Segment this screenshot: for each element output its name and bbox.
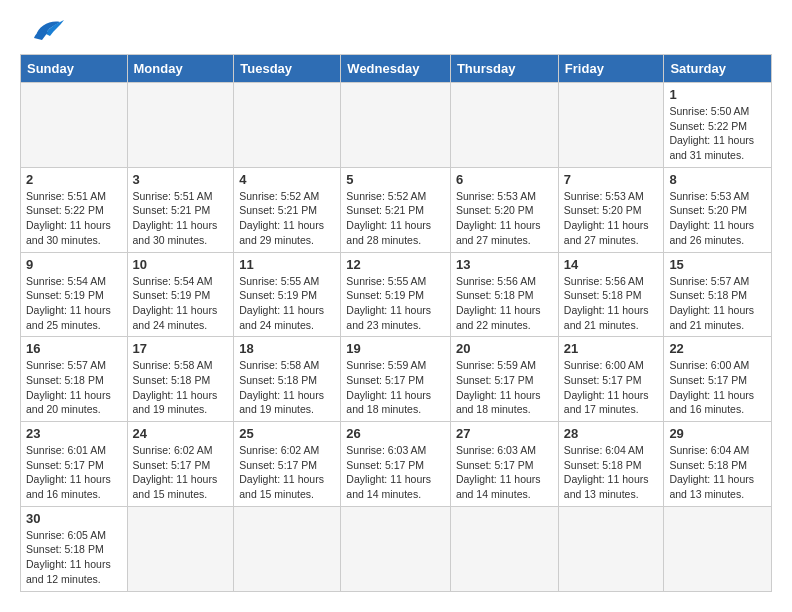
logo: [20, 16, 66, 44]
day-number: 16: [26, 341, 122, 356]
calendar-cell: 14Sunrise: 5:56 AM Sunset: 5:18 PM Dayli…: [558, 252, 664, 337]
day-number: 19: [346, 341, 445, 356]
day-info: Sunrise: 5:57 AM Sunset: 5:18 PM Dayligh…: [669, 274, 766, 333]
day-info: Sunrise: 6:02 AM Sunset: 5:17 PM Dayligh…: [133, 443, 229, 502]
weekday-header-friday: Friday: [558, 55, 664, 83]
calendar-cell: [127, 506, 234, 591]
day-number: 6: [456, 172, 553, 187]
calendar-cell: 11Sunrise: 5:55 AM Sunset: 5:19 PM Dayli…: [234, 252, 341, 337]
calendar-cell: 17Sunrise: 5:58 AM Sunset: 5:18 PM Dayli…: [127, 337, 234, 422]
weekday-header-saturday: Saturday: [664, 55, 772, 83]
day-info: Sunrise: 5:55 AM Sunset: 5:19 PM Dayligh…: [239, 274, 335, 333]
day-number: 30: [26, 511, 122, 526]
day-number: 8: [669, 172, 766, 187]
day-number: 7: [564, 172, 659, 187]
day-number: 24: [133, 426, 229, 441]
day-info: Sunrise: 5:59 AM Sunset: 5:17 PM Dayligh…: [456, 358, 553, 417]
calendar-cell: 26Sunrise: 6:03 AM Sunset: 5:17 PM Dayli…: [341, 422, 451, 507]
day-number: 28: [564, 426, 659, 441]
day-info: Sunrise: 5:53 AM Sunset: 5:20 PM Dayligh…: [564, 189, 659, 248]
calendar-cell: 3Sunrise: 5:51 AM Sunset: 5:21 PM Daylig…: [127, 167, 234, 252]
weekday-header-tuesday: Tuesday: [234, 55, 341, 83]
day-number: 23: [26, 426, 122, 441]
day-info: Sunrise: 5:58 AM Sunset: 5:18 PM Dayligh…: [239, 358, 335, 417]
day-number: 12: [346, 257, 445, 272]
calendar-cell: 2Sunrise: 5:51 AM Sunset: 5:22 PM Daylig…: [21, 167, 128, 252]
calendar-cell: 30Sunrise: 6:05 AM Sunset: 5:18 PM Dayli…: [21, 506, 128, 591]
calendar-cell: [450, 83, 558, 168]
calendar-cell: 5Sunrise: 5:52 AM Sunset: 5:21 PM Daylig…: [341, 167, 451, 252]
calendar-cell: [558, 83, 664, 168]
calendar-cell: 28Sunrise: 6:04 AM Sunset: 5:18 PM Dayli…: [558, 422, 664, 507]
calendar-cell: 24Sunrise: 6:02 AM Sunset: 5:17 PM Dayli…: [127, 422, 234, 507]
calendar-cell: 4Sunrise: 5:52 AM Sunset: 5:21 PM Daylig…: [234, 167, 341, 252]
day-info: Sunrise: 5:54 AM Sunset: 5:19 PM Dayligh…: [133, 274, 229, 333]
calendar-cell: 20Sunrise: 5:59 AM Sunset: 5:17 PM Dayli…: [450, 337, 558, 422]
day-info: Sunrise: 5:51 AM Sunset: 5:21 PM Dayligh…: [133, 189, 229, 248]
calendar-cell: 15Sunrise: 5:57 AM Sunset: 5:18 PM Dayli…: [664, 252, 772, 337]
calendar-week-4: 16Sunrise: 5:57 AM Sunset: 5:18 PM Dayli…: [21, 337, 772, 422]
logo-bird-icon: [28, 16, 66, 44]
calendar-cell: [21, 83, 128, 168]
day-info: Sunrise: 6:05 AM Sunset: 5:18 PM Dayligh…: [26, 528, 122, 587]
day-number: 5: [346, 172, 445, 187]
day-number: 26: [346, 426, 445, 441]
calendar-cell: 16Sunrise: 5:57 AM Sunset: 5:18 PM Dayli…: [21, 337, 128, 422]
calendar-cell: 13Sunrise: 5:56 AM Sunset: 5:18 PM Dayli…: [450, 252, 558, 337]
calendar-week-5: 23Sunrise: 6:01 AM Sunset: 5:17 PM Dayli…: [21, 422, 772, 507]
day-info: Sunrise: 5:55 AM Sunset: 5:19 PM Dayligh…: [346, 274, 445, 333]
day-info: Sunrise: 5:52 AM Sunset: 5:21 PM Dayligh…: [239, 189, 335, 248]
day-number: 20: [456, 341, 553, 356]
calendar-cell: 25Sunrise: 6:02 AM Sunset: 5:17 PM Dayli…: [234, 422, 341, 507]
calendar-cell: [127, 83, 234, 168]
calendar-cell: 19Sunrise: 5:59 AM Sunset: 5:17 PM Dayli…: [341, 337, 451, 422]
day-number: 10: [133, 257, 229, 272]
day-number: 13: [456, 257, 553, 272]
day-number: 22: [669, 341, 766, 356]
day-number: 29: [669, 426, 766, 441]
calendar-week-2: 2Sunrise: 5:51 AM Sunset: 5:22 PM Daylig…: [21, 167, 772, 252]
calendar-table: SundayMondayTuesdayWednesdayThursdayFrid…: [20, 54, 772, 592]
day-info: Sunrise: 5:56 AM Sunset: 5:18 PM Dayligh…: [456, 274, 553, 333]
day-number: 15: [669, 257, 766, 272]
calendar-week-1: 1Sunrise: 5:50 AM Sunset: 5:22 PM Daylig…: [21, 83, 772, 168]
day-info: Sunrise: 5:51 AM Sunset: 5:22 PM Dayligh…: [26, 189, 122, 248]
day-info: Sunrise: 5:53 AM Sunset: 5:20 PM Dayligh…: [669, 189, 766, 248]
calendar-cell: 21Sunrise: 6:00 AM Sunset: 5:17 PM Dayli…: [558, 337, 664, 422]
day-info: Sunrise: 5:57 AM Sunset: 5:18 PM Dayligh…: [26, 358, 122, 417]
calendar-week-6: 30Sunrise: 6:05 AM Sunset: 5:18 PM Dayli…: [21, 506, 772, 591]
calendar-cell: 6Sunrise: 5:53 AM Sunset: 5:20 PM Daylig…: [450, 167, 558, 252]
calendar-cell: 27Sunrise: 6:03 AM Sunset: 5:17 PM Dayli…: [450, 422, 558, 507]
day-info: Sunrise: 6:00 AM Sunset: 5:17 PM Dayligh…: [564, 358, 659, 417]
calendar-cell: 9Sunrise: 5:54 AM Sunset: 5:19 PM Daylig…: [21, 252, 128, 337]
calendar-cell: [341, 83, 451, 168]
calendar-cell: 22Sunrise: 6:00 AM Sunset: 5:17 PM Dayli…: [664, 337, 772, 422]
day-number: 9: [26, 257, 122, 272]
calendar-cell: 23Sunrise: 6:01 AM Sunset: 5:17 PM Dayli…: [21, 422, 128, 507]
calendar-cell: 8Sunrise: 5:53 AM Sunset: 5:20 PM Daylig…: [664, 167, 772, 252]
day-number: 11: [239, 257, 335, 272]
day-info: Sunrise: 6:03 AM Sunset: 5:17 PM Dayligh…: [346, 443, 445, 502]
page-header: [20, 16, 772, 44]
calendar-cell: 1Sunrise: 5:50 AM Sunset: 5:22 PM Daylig…: [664, 83, 772, 168]
day-info: Sunrise: 5:52 AM Sunset: 5:21 PM Dayligh…: [346, 189, 445, 248]
calendar-cell: 10Sunrise: 5:54 AM Sunset: 5:19 PM Dayli…: [127, 252, 234, 337]
day-info: Sunrise: 5:59 AM Sunset: 5:17 PM Dayligh…: [346, 358, 445, 417]
day-info: Sunrise: 6:00 AM Sunset: 5:17 PM Dayligh…: [669, 358, 766, 417]
day-info: Sunrise: 6:04 AM Sunset: 5:18 PM Dayligh…: [669, 443, 766, 502]
day-number: 14: [564, 257, 659, 272]
day-number: 17: [133, 341, 229, 356]
day-number: 27: [456, 426, 553, 441]
day-info: Sunrise: 6:03 AM Sunset: 5:17 PM Dayligh…: [456, 443, 553, 502]
calendar-cell: 18Sunrise: 5:58 AM Sunset: 5:18 PM Dayli…: [234, 337, 341, 422]
day-info: Sunrise: 6:01 AM Sunset: 5:17 PM Dayligh…: [26, 443, 122, 502]
day-info: Sunrise: 6:02 AM Sunset: 5:17 PM Dayligh…: [239, 443, 335, 502]
day-info: Sunrise: 5:58 AM Sunset: 5:18 PM Dayligh…: [133, 358, 229, 417]
day-info: Sunrise: 5:50 AM Sunset: 5:22 PM Dayligh…: [669, 104, 766, 163]
calendar-cell: [234, 506, 341, 591]
calendar-cell: [664, 506, 772, 591]
day-info: Sunrise: 5:53 AM Sunset: 5:20 PM Dayligh…: [456, 189, 553, 248]
calendar-cell: [450, 506, 558, 591]
calendar-cell: 29Sunrise: 6:04 AM Sunset: 5:18 PM Dayli…: [664, 422, 772, 507]
calendar-cell: 12Sunrise: 5:55 AM Sunset: 5:19 PM Dayli…: [341, 252, 451, 337]
